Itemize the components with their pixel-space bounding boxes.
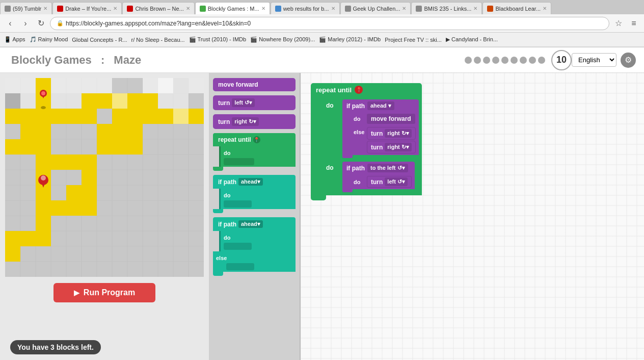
svg-rect-61	[112, 93, 127, 109]
bookmark-rainy[interactable]: 🎵 Rainy Mood	[30, 36, 68, 43]
if-path-ahead-block[interactable]: if path ahead ▾ do move forward	[342, 99, 419, 158]
level-dot-4[interactable]	[492, 57, 499, 64]
star-button[interactable]: ☆	[612, 17, 625, 30]
tab-favicon	[5, 6, 11, 12]
svg-rect-53	[5, 231, 20, 262]
app-title: Blockly Games : Maze	[8, 54, 465, 67]
repeat-until-block[interactable]: repeat until 📍 do if path	[311, 83, 422, 200]
ahead-dropdown-2[interactable]: ahead▾	[238, 220, 263, 228]
toolbox-move-forward[interactable]: move forward	[213, 78, 296, 91]
level-badge[interactable]: 10	[551, 50, 572, 70]
svg-rect-30	[97, 78, 112, 93]
tab-drake[interactable]: Drake – If You're... ✕	[52, 2, 122, 14]
level-dot-1[interactable]	[465, 57, 472, 64]
svg-rect-40	[112, 109, 143, 124]
if-path-left-block[interactable]: if path to the left ↺▾ do turn lef	[342, 162, 415, 192]
tab-close[interactable]: ✕	[331, 6, 335, 11]
bookmark-global[interactable]: Global Concepts - R...	[72, 37, 127, 43]
tab-label: BMIS 235 - Links...	[424, 6, 471, 12]
tab-close[interactable]: ✕	[113, 6, 117, 11]
workspace[interactable]: repeat until 📍 do if path	[301, 73, 644, 360]
turn-right-1[interactable]: turn right ↻▾	[367, 127, 416, 140]
workspace-blocks: repeat until 📍 do if path	[311, 83, 422, 200]
level-dot-6[interactable]	[511, 57, 518, 64]
toolbox-turn-right[interactable]: turn right ↻▾	[213, 114, 296, 129]
bookmark-projectfree[interactable]: Project Free TV :: ski...	[385, 37, 442, 43]
move-forward-ws[interactable]: move forward	[367, 114, 415, 124]
tab-label: web results for b...	[283, 6, 329, 12]
turn-right-2[interactable]: turn right ↻▾	[367, 141, 416, 153]
bookmarks-bar: 📱 Apps 🎵 Rainy Mood Global Concepts - R.…	[0, 33, 644, 47]
tab-favicon	[57, 6, 63, 12]
main-area: You have 3 blocks left. ▶ Run Program mo…	[0, 73, 644, 360]
tab-label: Chris Brown – Ne...	[135, 6, 183, 12]
tab-close[interactable]: ✕	[543, 6, 547, 11]
level-dot-3[interactable]	[483, 57, 490, 64]
ahead-dropdown-1[interactable]: ahead▾	[238, 178, 263, 186]
language-select[interactable]: English Español Français	[572, 53, 616, 67]
toolbox-turn-left[interactable]: turn left ↺▾	[213, 95, 296, 110]
blocks-left-badge: You have 3 blocks left.	[10, 340, 101, 354]
game-title: Blockly Games	[11, 54, 92, 66]
tab-close[interactable]: ✕	[43, 6, 47, 11]
do-label-2: do	[326, 162, 340, 171]
svg-point-75	[41, 91, 45, 95]
tab-close[interactable]: ✕	[186, 6, 190, 11]
level-dot-5[interactable]	[501, 57, 508, 64]
title-separator: :	[101, 54, 104, 66]
do-label-inner: do	[354, 116, 365, 122]
bookmark-apps[interactable]: 📱 Apps	[4, 36, 25, 43]
maze-canvas	[5, 78, 204, 277]
level-dot-9[interactable]	[538, 57, 545, 64]
to-left-dropdown[interactable]: to the left ↺▾	[367, 164, 408, 172]
run-program-button[interactable]: ▶ Run Program	[53, 283, 155, 302]
level-dot-8[interactable]	[529, 57, 536, 64]
move-forward-label: move forward	[218, 81, 258, 88]
tab-close[interactable]: ✕	[473, 6, 477, 11]
tab-chrisbrown[interactable]: Chris Brown – Ne... ✕	[122, 2, 194, 14]
tab-label: Geek Up Challen...	[353, 6, 400, 12]
tab-web[interactable]: web results for b... ✕	[271, 2, 340, 14]
svg-rect-58	[5, 93, 20, 109]
right-dropdown-ws1[interactable]: right ↻▾	[385, 129, 412, 138]
reload-button[interactable]: ↻	[35, 17, 47, 30]
tab-close[interactable]: ✕	[402, 6, 406, 11]
goal-icon: 📍	[253, 136, 260, 143]
tab-blockly[interactable]: Blockly Games : M... ✕	[195, 2, 270, 14]
repeat-until-label: repeat until	[218, 136, 251, 143]
play-icon: ▶	[74, 289, 79, 297]
tab-label: Blackboard Lear...	[495, 6, 541, 12]
tab-label: (59) Tumblr	[13, 6, 41, 12]
toolbox-if-path-1[interactable]: if path ahead▾ do	[213, 175, 296, 213]
bookmark-trust[interactable]: 🎬 Trust (2010) - IMDb	[189, 36, 246, 43]
bookmark-nowhere[interactable]: 🎬 Nowhere Boy (2009)...	[250, 36, 315, 43]
level-dot-7[interactable]	[520, 57, 527, 64]
tab-close[interactable]: ✕	[261, 6, 265, 11]
tab-blackboard[interactable]: Blackboard Lear... ✕	[482, 2, 551, 14]
bookmark-candyland[interactable]: ▶ Candyland - Brin...	[446, 36, 498, 43]
bookmark-marley[interactable]: 🎬 Marley (2012) - IMDb	[319, 36, 381, 43]
svg-rect-59	[20, 93, 36, 109]
ahead-dropdown-ws[interactable]: ahead ▾	[367, 101, 394, 110]
tab-tumblr[interactable]: (59) Tumblr ✕	[0, 2, 52, 14]
bookmark-nosleep[interactable]: r/ No Sleep - Becau...	[131, 37, 185, 43]
gear-button[interactable]: ⚙	[621, 53, 636, 68]
turn-left-ws[interactable]: turn left ↺▾	[367, 176, 412, 188]
level-dot-2[interactable]	[474, 57, 481, 64]
menu-button[interactable]: ≡	[628, 17, 640, 30]
left-dropdown[interactable]: left ↺▾	[232, 98, 255, 107]
address-bar: ‹ › ↻ 🔒 https://blockly-games.appspot.co…	[0, 14, 644, 33]
left-dropdown-ws[interactable]: left ↺▾	[385, 177, 408, 186]
toolbox-repeat-until[interactable]: repeat until 📍 do	[213, 133, 296, 171]
right-dropdown-ws2[interactable]: right ↻▾	[385, 143, 412, 151]
forward-button[interactable]: ›	[19, 17, 32, 30]
tab-favicon	[416, 6, 422, 12]
tab-geekup[interactable]: Geek Up Challen... ✕	[340, 2, 411, 14]
tab-bmis[interactable]: BMIS 235 - Links... ✕	[411, 2, 482, 14]
do-label-inner2: do	[354, 179, 365, 185]
url-bar[interactable]: 🔒 https://blockly-games.appspot.com/maze…	[50, 17, 609, 30]
right-dropdown[interactable]: right ↻▾	[232, 117, 259, 126]
back-button[interactable]: ‹	[4, 17, 16, 30]
toolbox-if-path-2[interactable]: if path ahead▾ do else	[213, 217, 296, 276]
svg-rect-43	[189, 109, 204, 124]
